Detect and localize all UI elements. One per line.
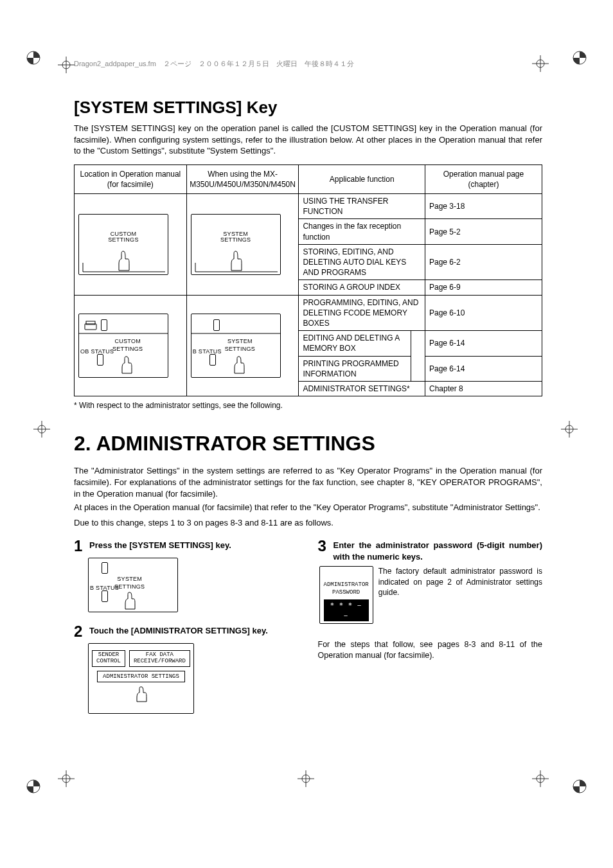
section-heading-administrator-settings: 2. ADMINISTRATOR SETTINGS: [74, 430, 542, 457]
table-cell-page: Page 3-18: [425, 194, 542, 219]
step2-illustration: SENDER CONTROL FAX DATARECEIVE/FORWARD A…: [88, 643, 194, 714]
section2-body1: The "Administrator Settings" in the syst…: [74, 465, 542, 499]
table-cell-page: Page 6-10: [425, 295, 542, 331]
table-cell-func: STORING, EDITING, AND DELETING AUTO DIAL…: [299, 244, 425, 280]
key-edge-line: [82, 261, 166, 274]
table-cell-page: Page 5-2: [425, 219, 542, 244]
step3-text: Enter the administrator password (5-digi…: [333, 538, 543, 562]
crop-mark-icon: [298, 770, 314, 787]
table-cell-page: Page 6-9: [425, 280, 542, 295]
section2-body3: Due to this change, steps 1 to 3 on page…: [74, 517, 542, 529]
panel-button: FAX DATARECEIVE/FORWARD: [129, 650, 190, 667]
admin-password-label: ADMINISTRATOR PASSWORD: [324, 581, 369, 596]
key-rect-icon: [102, 590, 108, 602]
table-header: Operation manual page (chapter): [425, 164, 542, 193]
finger-press-icon: [119, 355, 134, 376]
key-edge-line: [194, 261, 279, 274]
table-header: Applicable function: [299, 164, 425, 193]
table-header: When using the MX-M350U/M450U/M350N/M450…: [186, 164, 299, 193]
section2-body2: At places in the Operation manual (for f…: [74, 502, 542, 513]
system-settings-panel-illustration: B STATUS SYSTEMSETTINGS: [191, 314, 281, 378]
panel-button: SENDER CONTROL: [92, 650, 125, 667]
step3-after-text: For the steps that follow, see pages 8-3…: [318, 639, 543, 661]
table-cell-func: STORING A GROUP INDEX: [299, 280, 425, 295]
registration-mark-icon: [572, 779, 587, 794]
step3-explain: The factory default administrator passwo…: [378, 566, 542, 598]
table-cell-func: USING THE TRANSFER FUNCTION: [299, 194, 425, 219]
key-rect-icon: [102, 562, 108, 574]
table-header: Location in Operation manual (for facsim…: [75, 164, 187, 193]
finger-press-icon: [134, 686, 148, 703]
table-footnote: * With respect to the administrator sett…: [74, 400, 542, 411]
divider-line: [79, 332, 168, 358]
section-heading-system-settings-key: [SYSTEM SETTINGS] Key: [74, 96, 542, 119]
section1-body: The [SYSTEM SETTINGS] key on the operati…: [74, 123, 542, 157]
registration-mark-icon: [26, 779, 41, 794]
table-cell-func: PRINTING PROGRAMMED INFORMATION: [299, 356, 411, 381]
table-cell-page: Page 6-14: [425, 356, 542, 381]
table-cell-page: Page 6-2: [425, 244, 542, 280]
key-rect-icon: [101, 319, 107, 331]
key-rect-icon: [213, 319, 220, 331]
step2-text: Touch the [ADMINISTRATOR SETTINGS] key.: [89, 624, 268, 639]
settings-mapping-table: Location in Operation manual (for facsim…: [74, 164, 542, 396]
crop-mark-icon: [58, 770, 75, 787]
administrator-settings-button: ADMINISTRATOR SETTINGS: [97, 671, 185, 682]
custom-settings-panel-illustration: OB STATUS CUSTOMSETTINGS: [78, 314, 168, 378]
custom-settings-key-illustration: CUSTOM SETTINGS: [78, 214, 168, 275]
table-cell-page: Page 6-14: [425, 331, 542, 356]
document-header-marker: Dragon2_addpaper_us.fm ２ページ ２００６年１２月５日 火…: [74, 59, 354, 69]
step3-password-illustration: ADMINISTRATOR PASSWORD ＊＊＊－－: [319, 566, 373, 624]
step-number: 2: [74, 624, 85, 639]
admin-password-field: ＊＊＊－－: [324, 599, 369, 621]
system-settings-key-illustration: SYSTEM SETTINGS: [191, 214, 281, 275]
table-cell-func: EDITING AND DELETING A MEMORY BOX: [299, 331, 411, 356]
step-number: 1: [74, 538, 85, 554]
table-cell-page: Chapter 8: [425, 381, 542, 396]
table-cell-func: ADMINISTRATOR SETTINGS*: [299, 381, 425, 396]
finger-press-icon: [231, 355, 247, 376]
table-cell-func: Changes in the fax reception function: [299, 219, 425, 244]
crop-mark-icon: [532, 770, 549, 787]
step-number: 3: [318, 538, 330, 562]
finger-press-icon: [122, 591, 138, 612]
divider-line: [191, 332, 281, 358]
step1-illustration: B STATUS SYSTEMSETTINGS: [88, 558, 178, 612]
table-cell-func: PROGRAMMING, EDITING, AND DELETING FCODE…: [299, 295, 425, 331]
step1-text: Press the [SYSTEM SETTINGS] key.: [89, 538, 231, 554]
